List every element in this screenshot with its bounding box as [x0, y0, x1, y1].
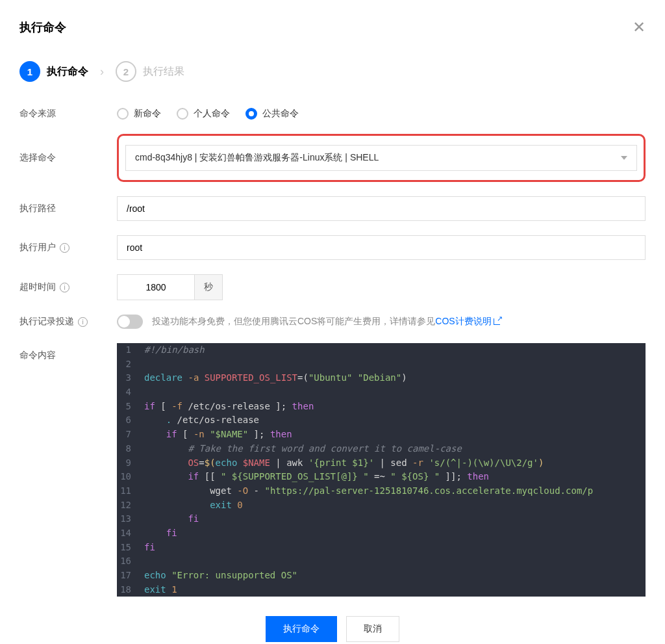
timeout-unit: 秒: [195, 274, 223, 300]
step-label: 执行结果: [143, 65, 184, 79]
radio-label: 新命令: [134, 108, 161, 120]
code-line: 17echo "Error: unsupported OS": [117, 569, 646, 583]
stepper: 1 执行命令 › 2 执行结果: [19, 61, 646, 82]
external-link-icon: [494, 317, 501, 325]
radio-icon: [177, 108, 188, 120]
code-line: 6 . /etc/os-release: [117, 413, 646, 428]
radio-personal-command[interactable]: 个人命令: [177, 108, 230, 120]
code-line: 1#!/bin/bash: [117, 343, 646, 357]
code-line: 7 if [ -n "$NAME" ]; then: [117, 428, 646, 442]
execution-user-input[interactable]: [117, 235, 646, 260]
select-command-value: cmd-8q34hjy8 | 安装幻兽帕鲁游戏服务器-Linux系统 | SHE…: [135, 152, 379, 164]
code-line: 15fi: [117, 541, 646, 555]
radio-icon: [117, 108, 129, 120]
chevron-down-icon: [621, 156, 627, 160]
radio-public-command[interactable]: 公共命令: [245, 108, 299, 120]
execute-button[interactable]: 执行命令: [266, 616, 337, 642]
radio-icon: [245, 108, 257, 120]
label-exec-user: 执行用户 i: [19, 242, 117, 253]
code-line: 5if [ -f /etc/os-release ]; then: [117, 400, 646, 414]
label-timeout: 超时时间 i: [19, 281, 117, 293]
step-number: 2: [116, 61, 136, 82]
step-number: 1: [19, 61, 40, 82]
radio-label: 个人命令: [194, 108, 230, 120]
label-command-content: 命令内容: [19, 343, 117, 361]
label-log-delivery: 执行记录投递 i: [19, 316, 117, 328]
code-line: 3declare -a SUPPORTED_OS_LIST=("Ubuntu" …: [117, 371, 646, 385]
radio-label: 公共命令: [262, 108, 299, 120]
radio-new-command[interactable]: 新命令: [117, 108, 161, 120]
step-2: 2 执行结果: [116, 61, 184, 82]
info-icon[interactable]: i: [60, 283, 69, 292]
timeout-input[interactable]: [117, 274, 195, 300]
code-line: 4: [117, 385, 646, 400]
code-line: 14 fi: [117, 526, 646, 541]
execution-path-input[interactable]: [117, 196, 646, 221]
command-code-editor[interactable]: 1#!/bin/bash2 3declare -a SUPPORTED_OS_L…: [117, 343, 646, 597]
label-select-command: 选择命令: [19, 152, 117, 164]
cos-pricing-link[interactable]: COS计费说明: [435, 316, 501, 326]
code-line: 18exit 1: [117, 583, 646, 597]
select-command-highlight-frame: cmd-8q34hjy8 | 安装幻兽帕鲁游戏服务器-Linux系统 | SHE…: [117, 134, 646, 182]
close-icon[interactable]: ✕: [633, 19, 646, 35]
step-1: 1 执行命令: [19, 61, 88, 82]
code-line: 2: [117, 357, 646, 372]
step-label: 执行命令: [47, 65, 88, 79]
cancel-button[interactable]: 取消: [346, 616, 399, 642]
chevron-right-icon: ›: [100, 65, 104, 79]
code-line: 11 wget -O - "https://pal-server-1251810…: [117, 484, 646, 498]
label-command-source: 命令来源: [19, 108, 117, 120]
info-icon[interactable]: i: [60, 243, 69, 253]
code-line: 13 fi: [117, 512, 646, 526]
info-icon[interactable]: i: [78, 317, 88, 327]
code-line: 12 exit 0: [117, 498, 646, 513]
label-exec-path: 执行路径: [19, 203, 117, 214]
code-line: 8 # Take the first word and convert it t…: [117, 442, 646, 456]
code-line: 9 OS=$(echo $NAME | awk '{print $1}' | s…: [117, 456, 646, 470]
log-delivery-toggle[interactable]: [117, 315, 143, 329]
code-line: 16: [117, 554, 646, 569]
log-delivery-hint: 投递功能本身免费，但您使用腾讯云COS将可能产生费用，详情请参见COS计费说明: [152, 316, 501, 328]
dialog-title: 执行命令: [19, 19, 66, 35]
select-command-dropdown[interactable]: cmd-8q34hjy8 | 安装幻兽帕鲁游戏服务器-Linux系统 | SHE…: [125, 145, 637, 171]
code-line: 10 if [[ " ${SUPPORTED_OS_LIST[@]} " =~ …: [117, 470, 646, 484]
